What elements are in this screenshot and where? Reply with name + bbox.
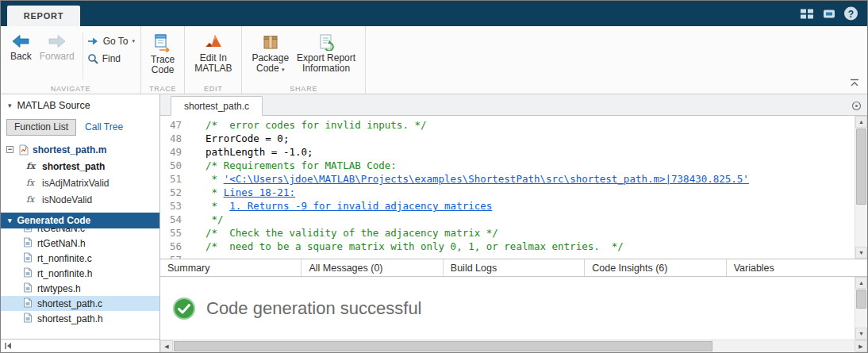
code-comment: /* Requirements for MATLAB Code:	[194, 159, 397, 171]
tab-report[interactable]: REPORT	[7, 6, 80, 26]
horizontal-scrollbar[interactable]: ◀ ▶	[160, 340, 867, 352]
matlab-source-header[interactable]: ▾ MATLAB Source	[1, 94, 159, 117]
tree-item-shortest-path-m[interactable]: − shortest_path.m	[1, 141, 159, 158]
back-button[interactable]: Back	[6, 30, 36, 65]
code-line: 50 /* Requirements for MATLAB Code:	[160, 159, 855, 172]
code-text: /* Requirements for MATLAB Code:	[194, 159, 397, 172]
code-text: */	[194, 213, 224, 226]
scrollbar-thumb[interactable]	[856, 290, 866, 309]
file-item[interactable]: rt_nonfinite.c	[1, 251, 159, 266]
tab-call-tree[interactable]: Call Tree	[76, 120, 132, 135]
tab-function-list[interactable]: Function List	[6, 119, 76, 136]
scrollbar-thumb[interactable]	[856, 129, 866, 205]
package-code-label: PackageCode ▾	[252, 53, 289, 75]
code-link[interactable]: 1. Returns -9 for invalid adjacency matr…	[229, 200, 492, 212]
file-item[interactable]: rt_nonfinite.h	[1, 266, 159, 281]
export-report-icon	[317, 33, 335, 51]
file-icon	[23, 267, 33, 280]
code-vertical-scrollbar[interactable]: ▲ ▼	[855, 116, 867, 259]
tree-item-isadjmatrixvalid[interactable]: fx isAdjMatrixValid	[1, 175, 159, 191]
chevron-down-icon: ▾	[133, 38, 136, 44]
forward-button[interactable]: Forward	[36, 30, 79, 65]
code-line: 51 * '<C:\Users\jdoe\MATLAB\Projects\exa…	[160, 172, 855, 186]
edit-in-matlab-button[interactable]: Edit InMATLAB	[190, 30, 236, 77]
collapse-expander-icon[interactable]: −	[6, 146, 13, 153]
file-icon	[23, 313, 33, 323]
back-arrow-icon	[11, 33, 30, 49]
chevron-down-icon: ▾	[282, 67, 285, 72]
find-icon	[87, 53, 98, 64]
scroll-right-button[interactable]: ▶	[855, 340, 867, 352]
line-number: 57	[160, 253, 194, 259]
code-link[interactable]: Lines 18-21:	[224, 186, 295, 198]
code-plain: ErrorCode = 0;	[194, 132, 289, 144]
code-link[interactable]: '<C:\Users\jdoe\MATLAB\Projects\examples…	[224, 173, 749, 185]
file-icon	[23, 282, 33, 293]
code-comment: /* error codes for invlid inputs. */	[194, 119, 427, 131]
trace-code-button[interactable]: TraceCode	[147, 30, 179, 79]
collapse-panel-icon[interactable]	[4, 339, 13, 353]
bottom-tab[interactable]: All Messages (0)	[301, 259, 443, 276]
line-number: 53	[160, 199, 194, 213]
package-code-button[interactable]: PackageCode ▾	[248, 30, 293, 78]
code-line: 55 /* Check the validity of the adjacenc…	[160, 226, 855, 240]
main-area: ▾ MATLAB Source Function List Call Tree …	[1, 94, 867, 352]
code-editor[interactable]: 47 /* error codes for invlid inputs. */4…	[160, 116, 855, 259]
code-text: * 1. Returns -9 for invalid adjacency ma…	[194, 199, 492, 213]
summary-vertical-scrollbar[interactable]: ▲ ▼	[855, 277, 867, 340]
file-item[interactable]: shortest_path.c	[1, 296, 159, 311]
editor-tab-shortest-path-c[interactable]: shortest_path.c	[171, 96, 263, 116]
file-item[interactable]: shortest_path.h	[1, 311, 159, 326]
scroll-left-button[interactable]: ◀	[160, 340, 173, 352]
tree-item-isnodevalid[interactable]: fx isNodeValid	[1, 191, 159, 208]
file-icon	[23, 228, 33, 232]
scroll-up-button[interactable]: ▲	[855, 116, 867, 128]
sidebar-bottom-bar	[1, 339, 159, 352]
report-tab-label: REPORT	[24, 11, 64, 21]
scroll-up-button[interactable]: ▲	[855, 277, 867, 289]
file-item[interactable]: rtwtypes.h	[1, 281, 159, 296]
file-icon	[23, 297, 33, 308]
code-text: * '<C:\Users\jdoe\MATLAB\Projects\exampl…	[194, 172, 749, 186]
triangle-down-icon: ▾	[8, 102, 12, 109]
matlab-code-generation-report-window: REPORT ? Back Forward	[0, 0, 868, 353]
export-report-button[interactable]: Export ReportInformation	[293, 30, 359, 77]
code-line: 53 * 1. Returns -9 for invalid adjacency…	[160, 199, 855, 213]
trace-code-label: TraceCode	[151, 55, 175, 75]
scroll-down-button[interactable]: ▼	[855, 247, 867, 259]
code-line: 54 */	[160, 213, 855, 226]
goto-button[interactable]: Go To ▾	[87, 36, 135, 47]
right-arrow-icon: ▶	[858, 343, 862, 350]
bottom-tab[interactable]: Summary	[160, 259, 301, 276]
file-icon	[23, 252, 33, 265]
scroll-down-button[interactable]: ▼	[855, 328, 867, 340]
file-icon	[23, 237, 33, 247]
code-line: 48 ErrorCode = 0;	[160, 132, 855, 145]
bottom-tab[interactable]: Variables	[727, 259, 867, 276]
highlight-icon[interactable]	[823, 8, 835, 19]
file-item[interactable]: rtGetNaN.h	[1, 236, 159, 251]
bottom-tab[interactable]: Build Logs	[444, 259, 585, 276]
tree-item-shortest-path[interactable]: fx shortest_path	[1, 158, 159, 175]
report-content-panel: shortest_path.c 47 /* error codes for in…	[160, 94, 867, 352]
code-line: 49 pathLength = -1.0;	[160, 145, 855, 159]
trace-highlight-icon[interactable]	[851, 100, 862, 114]
file-label: rtGetNaN.c	[37, 228, 85, 234]
code-comment: */	[194, 213, 224, 225]
find-button[interactable]: Find	[87, 53, 135, 64]
collapse-toolstrip-icon[interactable]	[850, 75, 859, 90]
left-arrow-icon: ◀	[164, 343, 168, 350]
layout-icon[interactable]	[800, 8, 814, 19]
generated-code-header[interactable]: ▾ Generated Code	[1, 213, 159, 228]
bottom-tab[interactable]: Code Insights (6)	[585, 259, 726, 276]
help-icon[interactable]: ?	[844, 7, 858, 21]
code-comment: /* Check the validity of the adjacency m…	[194, 227, 498, 239]
scrollbar-track[interactable]	[173, 340, 855, 352]
down-arrow-icon: ▼	[858, 331, 864, 336]
editor-tab-label: shortest_path.c	[184, 101, 249, 112]
scrollbar-track[interactable]	[855, 289, 867, 328]
scrollbar-thumb[interactable]	[174, 341, 712, 351]
line-number: 56	[160, 240, 194, 253]
file-item[interactable]: rtGetNaN.c	[1, 228, 159, 236]
scrollbar-track[interactable]	[855, 128, 867, 247]
